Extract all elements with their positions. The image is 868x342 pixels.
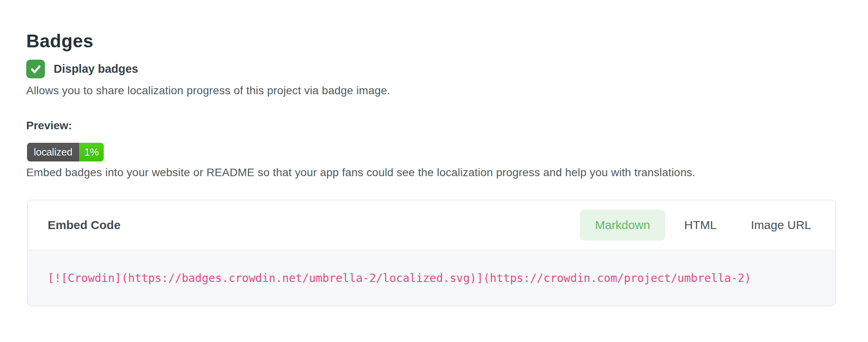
- embed-code-title: Embed Code: [48, 218, 120, 232]
- display-badges-row: Display badges: [26, 60, 138, 78]
- display-badges-label: Display badges: [54, 62, 138, 76]
- tab-image-url[interactable]: Image URL: [736, 210, 826, 241]
- tab-markdown[interactable]: Markdown: [580, 210, 665, 241]
- badges-settings-section: Badges Display badges Allows you to shar…: [0, 0, 868, 342]
- embed-code-text[interactable]: [![Crowdin](https://badges.crowdin.net/u…: [48, 272, 751, 285]
- embed-format-tabs: Markdown HTML Image URL: [580, 210, 826, 241]
- badge-label: localized: [27, 143, 79, 161]
- embed-code-header: Embed Code Markdown HTML Image URL: [28, 200, 835, 250]
- page-title: Badges: [26, 30, 93, 52]
- tab-html[interactable]: HTML: [669, 210, 732, 241]
- embed-code-card: Embed Code Markdown HTML Image URL [![Cr…: [27, 200, 836, 306]
- embed-code-block[interactable]: [![Crowdin](https://badges.crowdin.net/u…: [28, 250, 835, 306]
- display-badges-checkbox[interactable]: [26, 60, 45, 78]
- badges-description: Allows you to share localization progres…: [26, 84, 390, 97]
- checkmark-icon: [30, 63, 42, 75]
- badge-preview: localized 1%: [27, 143, 104, 161]
- badge-value: 1%: [79, 143, 104, 161]
- preview-label: Preview:: [26, 119, 72, 132]
- embed-hint: Embed badges into your website or README…: [26, 166, 696, 179]
